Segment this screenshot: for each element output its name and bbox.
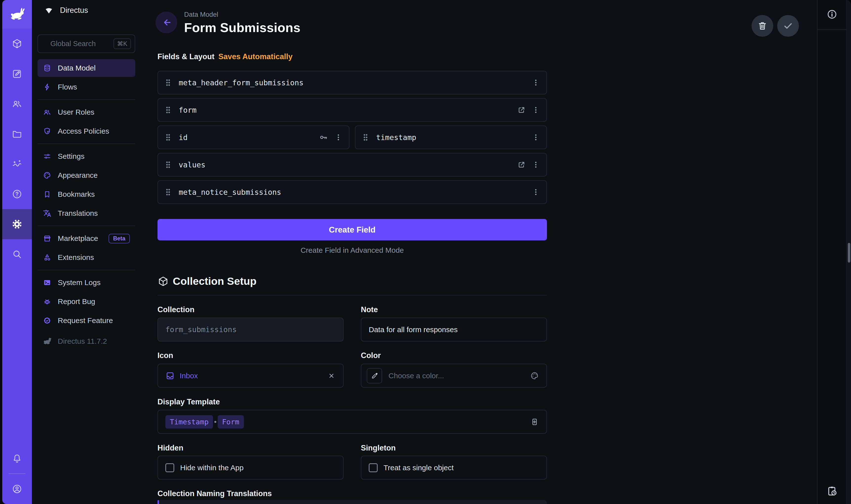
- field-row[interactable]: meta_notice_submissions: [157, 180, 547, 204]
- nav-item-settings[interactable]: Settings: [37, 147, 135, 165]
- storefront-icon: [43, 234, 51, 242]
- search-placeholder: Global Search: [50, 40, 96, 48]
- icon-value: Inbox: [180, 372, 198, 380]
- kebab-menu-icon[interactable]: [532, 133, 540, 142]
- nav-item-translations[interactable]: Translations: [37, 204, 135, 222]
- app-window: Directus Global Search ⌘K Data Model Flo…: [2, 0, 851, 504]
- note-field-label: Note: [361, 305, 378, 314]
- module-content[interactable]: [2, 29, 32, 59]
- collection-setup-heading: Collection Setup: [157, 275, 257, 287]
- nav-item-label: Bookmarks: [58, 190, 95, 198]
- field-name: meta_header_form_submissions: [179, 78, 303, 87]
- kebab-menu-icon[interactable]: [532, 188, 540, 196]
- kebab-menu-icon[interactable]: [532, 106, 540, 114]
- module-help[interactable]: [2, 179, 32, 209]
- display-template-input[interactable]: Timestamp • Form: [157, 410, 547, 434]
- kebab-menu-icon[interactable]: [532, 161, 540, 169]
- nav-item-bookmarks[interactable]: Bookmarks: [37, 185, 135, 203]
- field-row[interactable]: timestamp: [355, 126, 547, 149]
- note-input[interactable]: Data for all form responses: [361, 318, 547, 342]
- template-chip-timestamp[interactable]: Timestamp: [166, 415, 213, 429]
- module-search[interactable]: [2, 239, 32, 269]
- revisions-sidebar-button[interactable]: [827, 485, 838, 498]
- badge-check-icon: [43, 316, 51, 325]
- nav-item-extensions[interactable]: Extensions: [37, 249, 135, 266]
- gear-icon: [11, 218, 23, 230]
- users-icon: [12, 98, 22, 109]
- hidden-field-label: Hidden: [157, 444, 184, 452]
- field-row[interactable]: meta_header_form_submissions: [157, 71, 547, 94]
- user-roles-icon: [43, 108, 51, 116]
- module-user-directory[interactable]: [2, 89, 32, 119]
- info-sidebar-button[interactable]: [827, 9, 837, 21]
- nav-item-user-roles[interactable]: User Roles: [37, 103, 135, 121]
- directus-logo-button[interactable]: [2, 0, 32, 29]
- drag-handle-icon[interactable]: [164, 188, 172, 197]
- module-bar: [2, 0, 32, 504]
- nav-item-system-logs[interactable]: System Logs: [37, 274, 135, 291]
- global-search-input[interactable]: Global Search ⌘K: [37, 35, 135, 53]
- save-button[interactable]: [777, 15, 799, 37]
- field-row[interactable]: id: [157, 126, 349, 149]
- color-swatch-button[interactable]: [367, 368, 382, 383]
- nav-divider: [37, 226, 135, 226]
- drag-handle-icon[interactable]: [362, 133, 369, 142]
- project-header[interactable]: Directus: [44, 6, 88, 15]
- field-row[interactable]: values: [157, 153, 547, 177]
- naming-translations-row-partial[interactable]: [157, 500, 547, 504]
- trash-icon: [757, 21, 768, 31]
- shield-user-icon: [43, 127, 51, 136]
- singleton-toggle-field: Treat as single object: [361, 456, 547, 480]
- external-link-icon[interactable]: [517, 106, 526, 114]
- rabbit-logo-icon: [8, 7, 25, 21]
- field-row[interactable]: form: [157, 98, 547, 122]
- icon-select[interactable]: Inbox: [157, 364, 344, 388]
- nav-item-request-feature[interactable]: Request Feature: [37, 312, 135, 329]
- create-field-label: Create Field: [329, 225, 376, 234]
- account-button[interactable]: [2, 474, 32, 504]
- hidden-checkbox[interactable]: [166, 463, 174, 472]
- external-link-icon[interactable]: [517, 161, 526, 169]
- add-field-to-template-icon[interactable]: [530, 417, 539, 426]
- nav-item-flows[interactable]: Flows: [37, 78, 135, 96]
- nav-item-label: Report Bug: [58, 298, 95, 306]
- nav-item-label: Data Model: [58, 64, 95, 72]
- nav-item-label: System Logs: [58, 278, 101, 287]
- nav-item-report-bug[interactable]: Report Bug: [37, 293, 135, 310]
- create-field-advanced-link[interactable]: Create Field in Advanced Mode: [157, 246, 547, 254]
- drag-handle-icon[interactable]: [164, 160, 172, 169]
- color-select[interactable]: Choose a color...: [361, 364, 547, 388]
- nav-item-data-model[interactable]: Data Model: [37, 59, 135, 77]
- back-button[interactable]: [156, 12, 177, 33]
- close-icon[interactable]: [327, 372, 336, 380]
- singleton-checkbox[interactable]: [369, 463, 378, 472]
- notifications-button[interactable]: [2, 443, 32, 473]
- field-name: form: [179, 106, 196, 114]
- nav-item-access-policies[interactable]: Access Policies: [37, 122, 135, 140]
- module-insights[interactable]: [2, 149, 32, 179]
- drag-handle-icon[interactable]: [164, 78, 172, 87]
- drag-handle-icon[interactable]: [164, 133, 172, 142]
- page-title: Form Submissions: [184, 20, 300, 35]
- version-info: Directus 11.7.2: [37, 332, 135, 350]
- template-chip-form[interactable]: Form: [218, 415, 244, 429]
- cube-icon: [12, 38, 22, 49]
- scrollbar-thumb[interactable]: [848, 243, 850, 263]
- drag-handle-icon[interactable]: [164, 106, 172, 114]
- module-editor[interactable]: [2, 59, 32, 89]
- field-grid: meta_header_form_submissions form: [157, 71, 547, 204]
- kebab-menu-icon[interactable]: [532, 78, 540, 87]
- module-settings[interactable]: [2, 209, 32, 239]
- collection-name-value: form_submissions: [166, 325, 237, 334]
- nav-item-label: Flows: [58, 83, 77, 91]
- module-file-library[interactable]: [2, 119, 32, 149]
- nav-item-label: Extensions: [58, 253, 94, 262]
- content-column: Data Model Form Submissions Fields & Lay…: [157, 0, 547, 504]
- create-field-button[interactable]: Create Field: [157, 219, 547, 240]
- delete-collection-button[interactable]: [751, 15, 773, 37]
- nav-item-marketplace[interactable]: Marketplace Beta: [37, 230, 135, 247]
- palette-picker-icon[interactable]: [530, 371, 539, 380]
- scrollbar-track[interactable]: [846, 0, 851, 504]
- nav-item-appearance[interactable]: Appearance: [37, 166, 135, 184]
- kebab-menu-icon[interactable]: [334, 133, 343, 142]
